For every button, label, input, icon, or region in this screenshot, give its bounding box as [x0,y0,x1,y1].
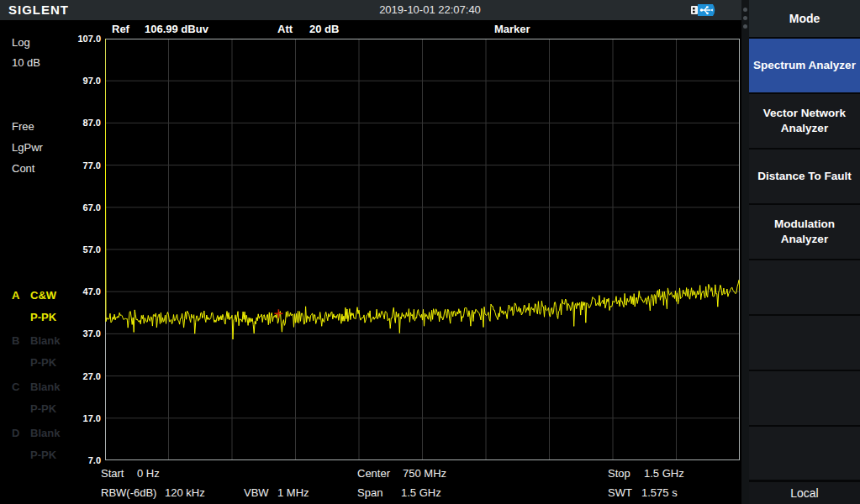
y-axis-tick-label: 107.0 [50,34,101,44]
y-axis-tick-label: 57.0 [50,244,101,255]
rbw-label: RBW(-6dB) [101,486,156,499]
preamp-readout: LgPwr [12,141,43,154]
vbw-value: 1 MHz [277,486,309,499]
menu-item-spectrum-analyzer[interactable]: Spectrum Analyzer [749,39,860,92]
datetime-readout: 2019-10-01 22:07:40 [0,3,860,16]
y-axis-tick-label: 37.0 [50,328,101,339]
menu-header-mode: Mode [749,0,860,37]
menu-gutter [741,0,749,504]
span-value: 1.5 GHz [401,486,441,499]
y-axis-tick-label: 67.0 [50,202,101,213]
menu-item-empty-3[interactable] [749,371,860,425]
trace-a-detector: P-PK [30,311,56,323]
gutter-dot [743,24,747,29]
att-label: Att [277,23,293,35]
att-value: 20 dB [309,23,339,35]
trace-c-letter: C [12,381,19,393]
y-axis-tick-label: 87.0 [50,118,101,128]
gutter-dot [743,16,747,20]
trace-d-letter: D [12,427,19,439]
menu-item-distance-to-fault[interactable]: Distance To Fault [749,150,860,203]
trace-b-detector: P-PK [30,356,56,369]
vbw-label: VBW [244,486,269,499]
y-axis-tick-label: 7.0 [50,455,101,465]
menu-item-empty-1[interactable] [749,260,860,314]
menu-item-empty-2[interactable] [749,316,860,370]
usb-icon [689,3,725,17]
start-label: Start [101,467,124,480]
spectrum-plot [105,39,740,460]
y-axis-tick-label: 47.0 [50,286,101,297]
mode-menu-panel: Mode Spectrum Analyzer Vector Network An… [749,0,860,504]
sweep-mode-readout: Cont [12,162,34,175]
rbw-value: 120 kHz [165,486,205,499]
center-label: Center [357,467,390,480]
menu-item-modulation-analyzer[interactable]: Modulation Analyzer [749,205,860,259]
graticule-grid [105,39,740,460]
ref-label: Ref [112,23,129,35]
span-label: Span [357,486,383,499]
start-value: 0 Hz [137,467,160,480]
y-axis-tick-label: 77.0 [50,160,101,171]
scale-per-div-readout: 10 dB [12,56,40,69]
scale-type-readout: Log [12,36,30,49]
trace-b-letter: B [12,334,19,347]
marker-label: Marker [494,23,530,35]
local-status-bar[interactable]: Local [749,482,860,504]
trace-d-mode: Blank [30,427,60,439]
swt-label: SWT [608,486,632,499]
ref-value: 106.99 dBuv [145,23,208,35]
trace-a-letter: A [12,289,19,302]
y-axis-tick-label: 27.0 [50,371,101,381]
menu-item-vector-network-analyzer[interactable]: Vector Network Analyzer [749,94,860,148]
stop-value: 1.5 GHz [644,467,684,480]
y-axis-tick-label: 17.0 [50,413,101,423]
center-value: 750 MHz [403,467,446,480]
gutter-dot [743,8,747,12]
trigger-readout: Free [12,120,34,133]
menu-item-empty-4[interactable] [749,427,860,480]
stop-label: Stop [608,467,630,480]
y-axis-tick-label: 97.0 [50,76,101,86]
trace-c-mode: Blank [30,381,60,393]
swt-value: 1.575 s [641,486,678,499]
